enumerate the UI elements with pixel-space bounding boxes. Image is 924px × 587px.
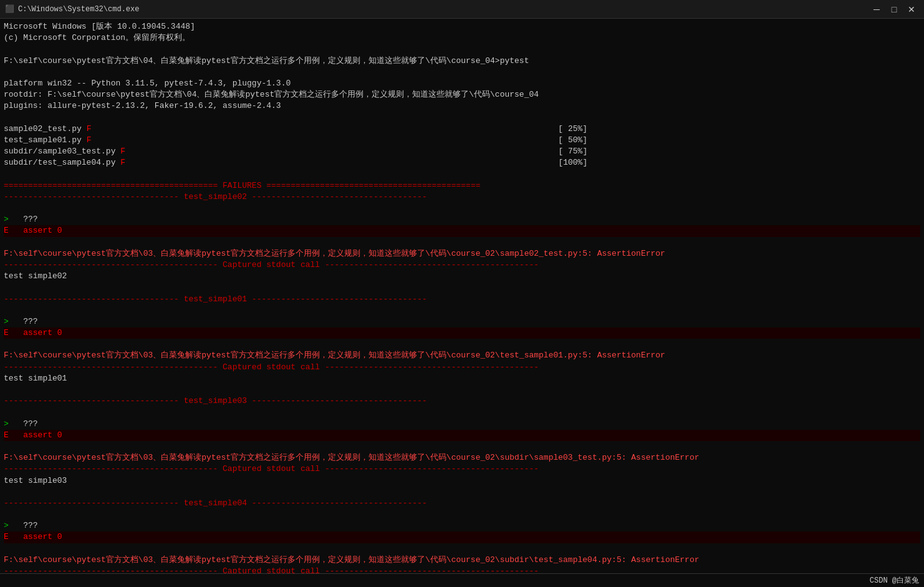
terminal-line: ========================================… <box>4 180 920 192</box>
terminal-line <box>4 509 920 520</box>
window-title: C:\Windows\System32\cmd.exe <box>18 5 139 14</box>
terminal-line <box>4 168 920 180</box>
terminal-line <box>4 487 920 498</box>
cmd-window: ⬛ C:\Windows\System32\cmd.exe ─ □ ✕ Micr… <box>0 0 924 587</box>
terminal-line <box>4 384 920 395</box>
terminal-line: ----------------------------------------… <box>4 260 920 271</box>
bottom-bar-label: CSDN @白菜兔 <box>870 575 919 586</box>
terminal-line: ----------------------------------------… <box>4 362 920 373</box>
terminal-line: ------------------------------------ tes… <box>4 294 920 305</box>
terminal-line <box>4 305 920 316</box>
terminal-line: ----------------------------------------… <box>4 566 920 573</box>
terminal-line: F:\self\course\pytest官方文档\03、白菜兔解读pytest… <box>4 350 920 361</box>
terminal-line: plugins: allure-pytest-2.13.2, Faker-19.… <box>4 100 920 112</box>
terminal-line: F:\self\course\pytest官方文档\04、白菜兔解读pytest… <box>4 56 920 67</box>
terminal-line: E assert 0 <box>4 531 920 543</box>
terminal-line: > ??? <box>4 316 920 327</box>
terminal-line <box>4 441 920 452</box>
title-bar: ⬛ C:\Windows\System32\cmd.exe ─ □ ✕ <box>0 0 924 19</box>
cmd-icon: ⬛ <box>5 4 14 14</box>
terminal-line <box>4 237 920 248</box>
terminal-line: > ??? <box>4 214 920 225</box>
terminal-line: sample02_test.py F [ 25%] <box>4 124 920 135</box>
terminal-line: E assert 0 <box>4 430 920 441</box>
title-bar-controls: ─ □ ✕ <box>869 2 919 17</box>
terminal-line <box>4 112 920 124</box>
terminal-line: E assert 0 <box>4 327 920 339</box>
title-bar-left: ⬛ C:\Windows\System32\cmd.exe <box>5 4 139 14</box>
terminal-line: > ??? <box>4 520 920 531</box>
terminal-line: F:\self\course\pytest官方文档\03、白菜兔解读pytest… <box>4 248 920 260</box>
terminal-line: platform win32 -- Python 3.11.5, pytest-… <box>4 78 920 89</box>
terminal-line <box>4 44 920 55</box>
bottom-bar: CSDN @白菜兔 <box>0 573 924 587</box>
minimize-button[interactable]: ─ <box>869 2 884 17</box>
terminal-line: test_sample01.py F [ 50%] <box>4 135 920 146</box>
terminal-line: Microsoft Windows [版本 10.0.19045.3448] <box>4 21 920 32</box>
terminal-line: ----------------------------------------… <box>4 463 920 475</box>
terminal-line: ------------------------------------ tes… <box>4 498 920 509</box>
terminal-line: F:\self\course\pytest官方文档\03、白菜兔解读pytest… <box>4 555 920 566</box>
terminal-line: ------------------------------------ tes… <box>4 192 920 203</box>
terminal-line: rootdir: F:\self\course\pytest官方文档\04、白菜… <box>4 89 920 100</box>
terminal-line <box>4 67 920 78</box>
terminal-line <box>4 203 920 214</box>
terminal-line <box>4 339 920 350</box>
terminal-line: subdir/test_sample04.py F [100%] <box>4 157 920 168</box>
terminal-line <box>4 282 920 293</box>
terminal-line: test simple02 <box>4 271 920 282</box>
terminal-line <box>4 407 920 418</box>
terminal-line: (c) Microsoft Corporation。保留所有权利。 <box>4 32 920 44</box>
terminal-line: F:\self\course\pytest官方文档\03、白菜兔解读pytest… <box>4 452 920 463</box>
terminal-line: test simple03 <box>4 475 920 487</box>
terminal-line: test simple01 <box>4 373 920 384</box>
terminal-line: E assert 0 <box>4 225 920 236</box>
terminal-line <box>4 543 920 555</box>
terminal-content[interactable]: Microsoft Windows [版本 10.0.19045.3448](c… <box>0 19 924 573</box>
close-button[interactable]: ✕ <box>904 2 919 17</box>
terminal-line: ------------------------------------ tes… <box>4 395 920 407</box>
terminal-line: subdir/sample03_test.py F [ 75%] <box>4 146 920 157</box>
terminal-line: > ??? <box>4 419 920 430</box>
maximize-button[interactable]: □ <box>887 2 902 17</box>
